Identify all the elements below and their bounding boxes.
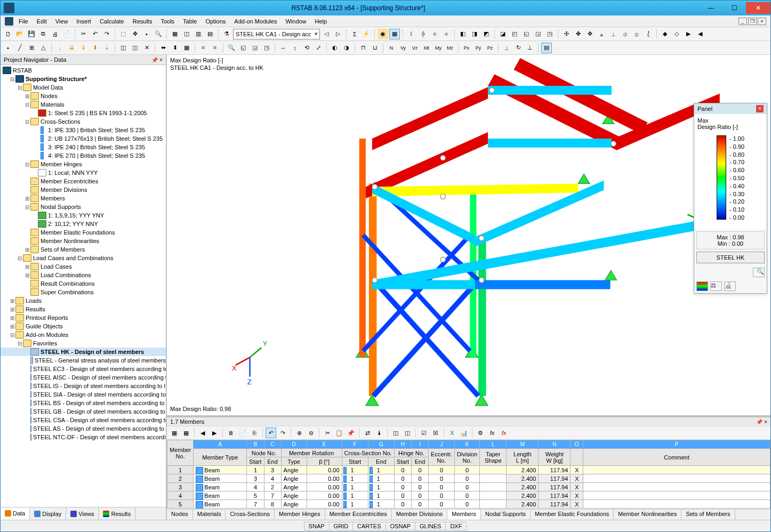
tree-model-data[interactable]: ⊟Model Data xyxy=(1,83,166,92)
tt-12-icon[interactable]: 📌 xyxy=(346,428,356,438)
new-icon[interactable]: 🗋 xyxy=(3,29,13,39)
table-tab[interactable]: Materials xyxy=(193,510,226,520)
t2-16-icon[interactable]: ⌗ xyxy=(198,43,208,53)
navigator-tree[interactable]: RSTAB ⊟Supporting Structure* ⊟Model Data… xyxy=(1,65,166,507)
tt-9-icon[interactable]: ⊖ xyxy=(306,428,316,438)
t2-31-icon[interactable]: ⊥ xyxy=(525,43,535,53)
tt-19-icon[interactable]: 📊 xyxy=(459,428,469,438)
tree-mnl[interactable]: Member Nonlinearities xyxy=(1,237,166,245)
tree-mod-steel[interactable]: STEEL - General stress analysis of steel… xyxy=(1,356,166,365)
t2-10-icon[interactable]: ◫ xyxy=(118,43,128,53)
tree-mod-ntc[interactable]: STEEL NTC-DF - Design of steel members a… xyxy=(1,433,166,441)
tree-scomb[interactable]: Super Combinations xyxy=(1,288,166,296)
tool-r16-icon[interactable]: ⟁ xyxy=(596,29,607,39)
tt-18-icon[interactable]: ☒ xyxy=(430,428,441,438)
tool-r15-icon[interactable]: ✥ xyxy=(584,29,595,39)
tt-8-icon[interactable]: ⊕ xyxy=(294,428,304,438)
tool-r8-icon[interactable]: ◪ xyxy=(497,29,508,39)
next-lc-icon[interactable]: ▷ xyxy=(333,29,343,39)
menu-help[interactable]: Help xyxy=(312,17,331,26)
maximize-button[interactable]: ☐ xyxy=(722,2,746,14)
status-osnap[interactable]: OSNAP xyxy=(386,522,416,530)
select-icon[interactable]: ⬚ xyxy=(118,29,128,39)
t2-py-icon[interactable]: Py xyxy=(473,43,484,53)
panel-module-button[interactable]: STEEL HK xyxy=(696,252,765,263)
tt-15-icon[interactable]: ◫ xyxy=(390,428,401,438)
tool-r5-icon[interactable]: ◧ xyxy=(457,29,468,39)
t2-5-icon[interactable]: ↓ xyxy=(54,43,65,53)
menu-addon-modules[interactable]: Add-on Modules xyxy=(231,17,280,26)
loadcase-combo[interactable]: STEEL HK CA1 - Design acc xyxy=(233,29,320,39)
print-icon[interactable]: 🖨 xyxy=(50,29,60,39)
t2-26-icon[interactable]: ◑ xyxy=(341,43,352,53)
tree-addon[interactable]: ⊟Add-on Modules xyxy=(1,331,166,339)
tree-fav[interactable]: ⊟Favorites xyxy=(1,339,166,348)
mdi-restore-button[interactable]: ❐ xyxy=(748,18,757,25)
t2-12-icon[interactable]: ✕ xyxy=(141,43,152,53)
nav-tab-results[interactable]: Results xyxy=(99,507,135,520)
tree-mod-hk[interactable]: STEEL HK - Design of steel members xyxy=(1,348,166,356)
tool-r22-icon[interactable]: ◇ xyxy=(671,29,682,39)
nav-tab-data[interactable]: Data xyxy=(1,507,30,520)
prev-lc-icon[interactable]: ◁ xyxy=(321,29,332,39)
t2-mz-icon[interactable]: Mz xyxy=(445,43,455,53)
table-tab[interactable]: Nodes xyxy=(167,510,193,520)
table-pin-icon[interactable]: 📌 × xyxy=(756,419,767,425)
t2-15-icon[interactable]: ▦ xyxy=(181,43,192,53)
menu-window[interactable]: Window xyxy=(282,17,309,26)
tool-r1-icon[interactable]: ⟟ xyxy=(406,29,416,39)
tree-lcc[interactable]: ⊟Load Cases and Combinations xyxy=(1,254,166,262)
3d-viewport[interactable]: Max Design Ratio [-] STEEL HK CA1 - Desi… xyxy=(167,55,770,416)
table-tab[interactable]: Members xyxy=(447,510,481,520)
calc-icon[interactable]: Σ xyxy=(349,29,360,39)
tree-cs1[interactable]: 1: IPE 330 | British Steel; Steel S 235 xyxy=(1,126,166,134)
view1-icon[interactable]: ◫ xyxy=(181,29,192,39)
tt-10-icon[interactable]: ✂ xyxy=(322,428,333,438)
tree-mod-bs[interactable]: STEEL BS - Design of steel members accor… xyxy=(1,399,166,407)
tt-fx2-icon[interactable]: fx xyxy=(499,428,509,438)
t2-mt-icon[interactable]: Mt xyxy=(421,43,432,53)
status-dxf[interactable]: DXF xyxy=(445,522,467,530)
tt-1-icon[interactable]: ▦ xyxy=(169,428,180,438)
tree-mod-gb[interactable]: STEEL GB - Design of steel members accor… xyxy=(1,407,166,416)
panel-header[interactable]: Panel × xyxy=(694,103,767,114)
report-icon[interactable]: 📄 xyxy=(61,29,72,39)
menu-view[interactable]: View xyxy=(52,17,71,26)
menu-insert[interactable]: Insert xyxy=(73,17,94,26)
panel-close-icon[interactable]: × xyxy=(756,105,764,112)
tree-results[interactable]: ⊞Results xyxy=(1,305,166,313)
t2-20-icon[interactable]: ◳ xyxy=(261,43,272,53)
tool-r9-icon[interactable]: ◰ xyxy=(509,29,520,39)
tool-r12-icon[interactable]: ◳ xyxy=(544,29,555,39)
tree-loads[interactable]: ⊞Loads xyxy=(1,296,166,305)
mdi-minimize-button[interactable]: _ xyxy=(738,18,747,25)
view-mode-a-icon[interactable]: ◉ xyxy=(378,29,388,39)
tt-16-icon[interactable]: ◫ xyxy=(402,428,413,438)
tree-lcases[interactable]: ⊞Load Cases xyxy=(1,262,166,271)
table-row[interactable]: 4Beam57Angle0.001100002.400117.94X xyxy=(167,491,770,500)
table-row[interactable]: 3Beam42Angle0.001100002.400117.94X xyxy=(167,483,770,491)
open-icon[interactable]: 📂 xyxy=(14,29,25,39)
tool-r4-icon[interactable]: ⟢ xyxy=(441,29,452,39)
status-glines[interactable]: GLINES xyxy=(415,522,446,530)
node-icon[interactable]: • xyxy=(141,29,152,39)
tree-mef[interactable]: Member Elastic Foundations xyxy=(1,228,166,237)
t2-7-icon[interactable]: ⇓ xyxy=(78,43,89,53)
tool-r20-icon[interactable]: ⟅ xyxy=(643,29,654,39)
t2-my-icon[interactable]: My xyxy=(433,43,444,53)
tt-redo-icon[interactable]: ↷ xyxy=(277,428,288,438)
table-tab[interactable]: Member Eccentricities xyxy=(325,510,392,520)
table-tab[interactable]: Member Nonlinearities xyxy=(614,510,681,520)
status-grid[interactable]: GRID xyxy=(329,522,354,530)
menu-table[interactable]: Table xyxy=(180,17,200,26)
cut-icon[interactable]: ✂ xyxy=(78,29,89,39)
undo-icon[interactable]: ↶ xyxy=(90,29,100,39)
table-tab[interactable]: Member Elastic Foundations xyxy=(531,510,614,520)
tt-excel-icon[interactable]: X xyxy=(447,428,457,438)
tool-r24-icon[interactable]: ◀ xyxy=(695,29,705,39)
t2-vy-icon[interactable]: Vy xyxy=(398,43,408,53)
tool-r2-icon[interactable]: ⟠ xyxy=(417,29,428,39)
t2-px-icon[interactable]: Px xyxy=(461,43,472,53)
tree-mod-sia[interactable]: STEEL SIA - Design of steel members acco… xyxy=(1,390,166,399)
tree-mod-csa[interactable]: STEEL CSA - Design of steel members acco… xyxy=(1,416,166,424)
